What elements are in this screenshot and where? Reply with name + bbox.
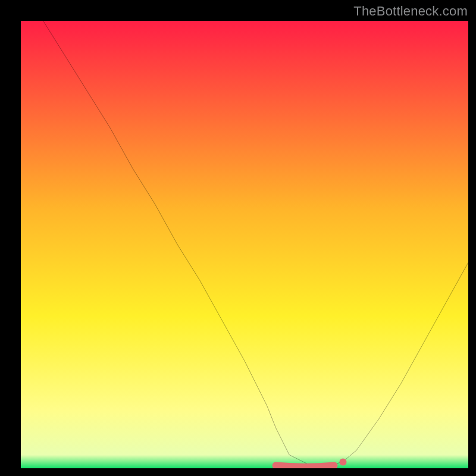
- bottleneck-curve: [21, 21, 468, 468]
- chart-frame: TheBottleneck.com: [0, 0, 476, 476]
- svg-point-1: [339, 458, 346, 465]
- watermark-text: TheBottleneck.com: [353, 4, 468, 19]
- plot-area: [21, 21, 468, 468]
